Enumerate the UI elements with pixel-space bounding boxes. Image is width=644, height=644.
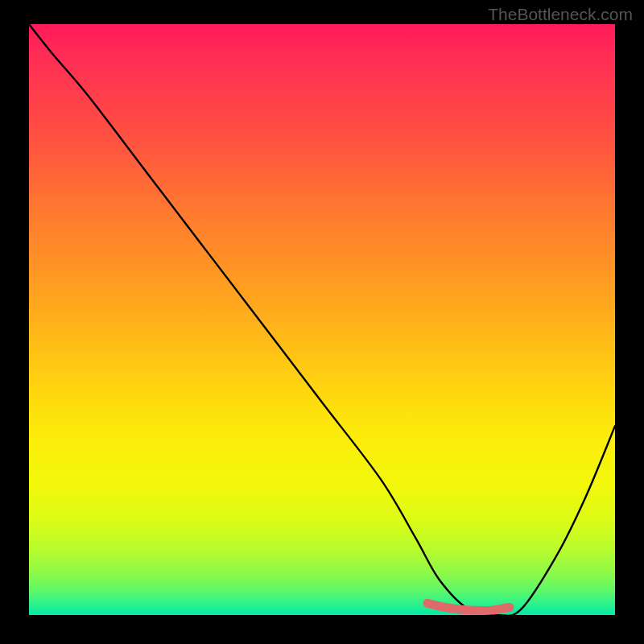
- watermark-text: TheBottleneck.com: [488, 5, 633, 24]
- chart-container: TheBottleneck.com: [0, 0, 644, 644]
- plot-area: [29, 24, 615, 615]
- series-group: [29, 24, 615, 615]
- series-highlight-flat: [427, 603, 510, 610]
- plot-svg: [29, 24, 615, 615]
- series-curve: [29, 24, 615, 615]
